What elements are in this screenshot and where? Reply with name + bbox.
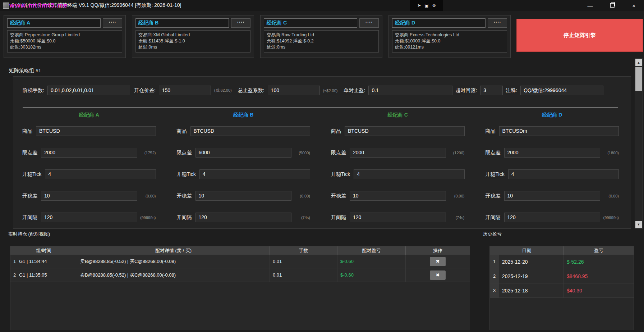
- b-maxspread-input[interactable]: 6000: [196, 148, 292, 158]
- c-maxspread-input[interactable]: 2000: [350, 148, 446, 158]
- param-pair-tp-input[interactable]: 0.1: [368, 86, 452, 95]
- param-open-spread-label: 开仓价差:: [134, 87, 156, 94]
- close-pair-button[interactable]: ✖: [430, 257, 446, 266]
- cursor-icon[interactable]: ➤: [417, 3, 421, 8]
- d-maxspread-hint: (1800): [600, 151, 619, 155]
- broker-panel-b: 经纪商 B **** 交易商:XM Global Limited 余额:$114…: [132, 15, 254, 58]
- column-broker-c: 经纪商 C 商品BTCUSD 限点差2000(1200) 开稳Tick4 开稳差…: [331, 112, 465, 234]
- param-open-spread-input[interactable]: 150: [159, 86, 211, 95]
- param-tp-factor-hint: (≈$2.00): [323, 88, 338, 93]
- close-pair-button[interactable]: ✖: [430, 270, 446, 280]
- broker-panel-d: 经纪商 D **** 交易商:Exness Technologies Ltd 余…: [388, 15, 511, 58]
- a-symbol-input[interactable]: BTCUSD: [36, 126, 156, 136]
- param-tp-factor-input[interactable]: 100: [268, 86, 320, 95]
- d-interval-input[interactable]: 120: [504, 213, 601, 222]
- a-maxspread-input[interactable]: 2000: [41, 148, 137, 158]
- c-interval-input[interactable]: 120: [350, 213, 446, 222]
- history-pnl: $40.30: [564, 283, 634, 297]
- d-stablediff-hint: (0.00): [600, 194, 619, 198]
- broker-d-balance: 余额:$10000 浮盈:$0.0: [395, 38, 504, 44]
- b-symbol-input[interactable]: BTCUSD: [190, 126, 310, 136]
- broker-b-password-button[interactable]: ****: [231, 18, 250, 28]
- b-stablediff-label: 开稳差: [177, 193, 192, 199]
- param-timeout-rollback-label: 超时回滚:: [455, 87, 477, 94]
- param-comment-input[interactable]: QQ/微信:29996044: [520, 86, 603, 95]
- param-open-spread-hint: (成:62.00): [214, 88, 232, 93]
- screen-icon[interactable]: ▣: [424, 3, 428, 8]
- stop-icon[interactable]: ⊗: [432, 3, 436, 8]
- history-pnl: $-52.26: [564, 255, 634, 269]
- pair-detail-value: 卖B@88288.85(-0.52) | 买C@88268.00(-0.08): [77, 255, 270, 268]
- a-ticks-label: 开稳Tick: [22, 171, 41, 178]
- a-stablediff-hint: (0.00): [137, 194, 156, 198]
- d-symbol-input[interactable]: BTCUSDm: [499, 126, 619, 136]
- broker-c-latency: 延迟:0ms: [267, 44, 376, 50]
- col-action: 操作: [406, 246, 470, 255]
- b-symbol-label: 商品: [177, 128, 187, 135]
- d-maxspread-input[interactable]: 2000: [504, 148, 601, 158]
- b-stablediff-hint: (0.00): [291, 194, 310, 198]
- broker-c-name-input[interactable]: 经纪商 C: [264, 18, 357, 28]
- scroll-down-icon[interactable]: ▼: [635, 221, 642, 228]
- scrollbar-thumb[interactable]: [635, 67, 642, 91]
- d-maxspread-label: 限点差: [486, 150, 501, 156]
- minimize-button[interactable]: —: [581, 0, 599, 11]
- d-ticks-input[interactable]: 4: [508, 169, 619, 179]
- row-number: 1: [13, 259, 19, 264]
- c-symbol-input[interactable]: BTCUSD: [345, 126, 465, 136]
- broker-a-balance: 余额:$50000 浮盈:$0.0: [10, 38, 119, 44]
- scroll-up-icon[interactable]: ▲: [635, 59, 642, 66]
- row-number: 3: [490, 283, 499, 297]
- broker-d-password-button[interactable]: ****: [488, 18, 507, 28]
- remote-control-toolbar: ➤ ▣ ⊗: [410, 0, 443, 11]
- column-d-header: 经纪商 D: [486, 112, 619, 120]
- broker-panels-strip: 经纪商 A **** 交易商:Pepperstone Group Limited…: [4, 15, 511, 58]
- history-table-header: 日期 盈亏: [490, 246, 634, 255]
- param-timeout-rollback-input[interactable]: 3: [480, 86, 503, 95]
- c-stablediff-input[interactable]: 10: [350, 191, 446, 201]
- broker-d-dealer: 交易商:Exness Technologies Ltd: [395, 32, 504, 38]
- broker-a-name-input[interactable]: 经纪商 A: [7, 18, 101, 28]
- param-ladder-lots-input[interactable]: 0.01,0.02,0.01,0.01: [47, 86, 130, 95]
- param-pair-tp-label: 单对止盈:: [344, 87, 365, 94]
- a-stablediff-input[interactable]: 10: [41, 191, 137, 201]
- param-comment-label: 注释:: [506, 87, 517, 94]
- strategy-panel: 阶梯手数: 0.01,0.02,0.01,0.01 开仓价差: 150 (成:6…: [13, 76, 631, 229]
- group-time-value: G1 | 11:35:05: [19, 272, 47, 278]
- broker-d-name-input[interactable]: 经纪商 D: [392, 18, 486, 28]
- pair-detail-value: 卖B@88288.85(-0.52) | 买C@88268.00(-0.08): [77, 268, 270, 282]
- b-interval-hint: (74s): [291, 215, 310, 220]
- b-interval-input[interactable]: 120: [196, 213, 292, 222]
- positions-table: 组/时间 配对详情 (卖 / 买) 手数 配对盈亏 操作 1G1 | 11:34…: [10, 246, 470, 330]
- column-broker-b: 经纪商 B 商品BTCUSD 限点差6000(5000) 开稳Tick4 开稳差…: [177, 112, 310, 234]
- b-maxspread-hint: (5000): [291, 151, 310, 155]
- c-ticks-input[interactable]: 4: [354, 169, 464, 179]
- pair-pnl-value: $-0.60: [337, 255, 406, 268]
- broker-panel-c: 经纪商 C **** 交易商:Raw Trading Ltd 余额:$14992…: [260, 15, 382, 58]
- strategy-params-row: 阶梯手数: 0.01,0.02,0.01,0.01 开仓价差: 150 (成:6…: [23, 86, 603, 95]
- close-button[interactable]: ×: [625, 0, 643, 11]
- b-ticks-input[interactable]: 4: [199, 169, 310, 179]
- stop-matrix-engine-button[interactable]: 停止矩阵引擎: [516, 19, 643, 52]
- d-stablediff-label: 开稳差: [486, 193, 501, 199]
- c-stablediff-hint: (0.00): [446, 194, 465, 198]
- c-maxspread-hint: (1200): [446, 151, 465, 155]
- broker-c-password-button[interactable]: ****: [359, 18, 379, 28]
- a-ticks-input[interactable]: 4: [45, 169, 156, 179]
- d-stablediff-input[interactable]: 10: [504, 191, 601, 201]
- b-stablediff-input[interactable]: 10: [196, 191, 292, 201]
- lots-value: 0.01: [270, 268, 337, 282]
- broker-d-info-box: 交易商:Exness Technologies Ltd 余额:$10000 浮盈…: [392, 30, 507, 53]
- vertical-scrollbar[interactable]: ▲ ▼: [635, 58, 643, 229]
- col-pair-pnl: 配对盈亏: [337, 246, 406, 255]
- broker-b-name-input[interactable]: 经纪商 B: [135, 18, 229, 28]
- history-date: 2025-12-18: [499, 283, 564, 297]
- strategy-group-title: 矩阵策略组 #1: [9, 68, 41, 74]
- group-time-value: G1 | 11:34:44: [19, 259, 47, 264]
- column-broker-d: 经纪商 D 商品BTCUSDm 限点差2000(1800) 开稳Tick4 开稳…: [486, 112, 619, 234]
- history-section-title: 历史盈亏: [483, 231, 502, 237]
- broker-a-password-button[interactable]: ****: [103, 18, 122, 28]
- c-interval-label: 开间隔: [331, 214, 346, 221]
- a-interval-input[interactable]: 120: [41, 213, 137, 222]
- maximize-button[interactable]: [604, 0, 621, 11]
